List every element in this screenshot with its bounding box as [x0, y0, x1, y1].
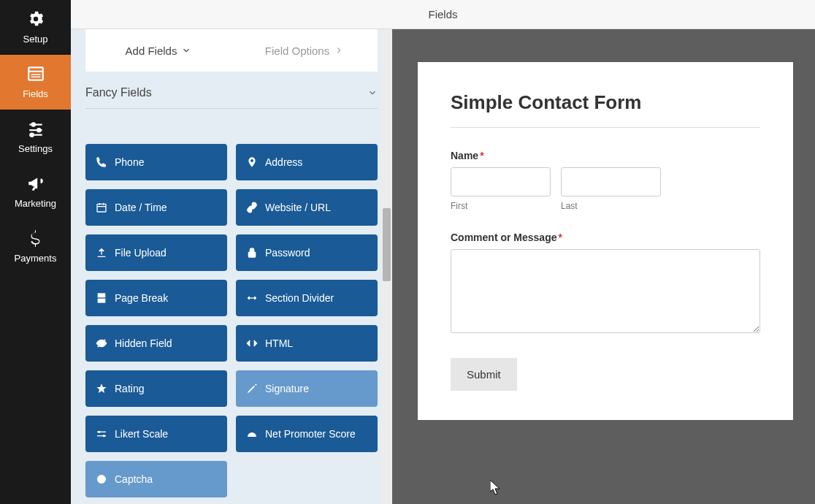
- pencil-icon: [246, 383, 258, 394]
- field-label: Page Break: [115, 292, 168, 304]
- likert-icon: [96, 428, 107, 440]
- nav-label: Setup: [23, 34, 48, 45]
- field-phone[interactable]: Phone: [85, 144, 227, 180]
- tab-field-options[interactable]: Field Options: [232, 29, 378, 72]
- field-password[interactable]: Password: [236, 234, 378, 271]
- field-label: Date / Time: [115, 202, 167, 213]
- field-label: Captcha: [115, 473, 153, 485]
- field-label: Likert Scale: [115, 428, 168, 440]
- tab-add-fields[interactable]: Add Fields: [85, 29, 232, 72]
- form-icon: [26, 64, 46, 84]
- dollar-icon: [26, 228, 46, 248]
- page-title: Fields: [428, 8, 457, 20]
- first-name-input[interactable]: [451, 167, 551, 196]
- svg-point-22: [103, 435, 104, 437]
- nav-label: Marketing: [15, 198, 56, 209]
- field-label: Rating: [115, 383, 144, 394]
- main-area: Fields Add Fields Field Options Fancy Fi…: [71, 0, 815, 504]
- field-label: Section Divider: [265, 292, 334, 304]
- comment-textarea[interactable]: [451, 249, 760, 333]
- field-label: Hidden Field: [115, 337, 172, 349]
- scrollbar[interactable]: [381, 29, 392, 504]
- bullhorn-icon: [26, 173, 46, 194]
- nav-payments[interactable]: Payments: [0, 219, 71, 274]
- code-icon: [246, 337, 258, 349]
- last-name-input[interactable]: [561, 167, 661, 196]
- name-row: First Last: [451, 167, 760, 211]
- link-icon: [246, 202, 258, 213]
- field-label: Phone: [115, 156, 144, 168]
- field-likert[interactable]: Likert Scale: [85, 416, 227, 452]
- nav-fields[interactable]: Fields: [0, 55, 71, 110]
- field-captcha[interactable]: Captcha: [85, 461, 227, 497]
- panel-tabs: Add Fields Field Options: [85, 29, 378, 72]
- svg-point-21: [99, 431, 100, 432]
- gear-icon: [26, 9, 46, 29]
- field-label: File Upload: [115, 247, 167, 259]
- field-rating[interactable]: Rating: [85, 370, 227, 407]
- comment-label: Comment or Message*: [451, 232, 760, 243]
- label-text: Comment or Message: [451, 232, 556, 243]
- divider-icon: [246, 292, 258, 304]
- chevron-down-icon: [367, 88, 378, 98]
- upload-icon: [96, 247, 107, 259]
- group-header[interactable]: Fancy Fields: [85, 86, 378, 109]
- svg-rect-14: [248, 252, 255, 257]
- field-upload[interactable]: File Upload: [85, 234, 227, 271]
- field-group: Fancy Fields: [71, 72, 392, 144]
- nav-label: Settings: [18, 143, 53, 154]
- scroll-thumb[interactable]: [383, 208, 391, 281]
- gauge-icon: [246, 428, 258, 440]
- fields-grid: Phone Address Date / Time Website / URL …: [71, 144, 392, 497]
- pin-icon: [246, 156, 258, 168]
- tab-label: Field Options: [265, 45, 329, 57]
- chevron-right-icon: [334, 45, 344, 56]
- svg-rect-10: [97, 204, 106, 212]
- field-label: Address: [265, 156, 302, 168]
- nav-setup[interactable]: Setup: [0, 0, 71, 55]
- sliders-icon: [26, 118, 46, 139]
- field-datetime[interactable]: Date / Time: [85, 189, 227, 226]
- last-sublabel: Last: [561, 201, 661, 211]
- field-label: Signature: [265, 383, 309, 394]
- eye-off-icon: [96, 337, 107, 349]
- submit-button[interactable]: Submit: [451, 358, 517, 391]
- field-url[interactable]: Website / URL: [236, 189, 378, 226]
- left-sidebar: Setup Fields Settings Marketing Payments: [0, 0, 71, 504]
- nav-settings[interactable]: Settings: [0, 110, 71, 164]
- field-signature[interactable]: Signature: [236, 370, 378, 407]
- star-icon: [96, 383, 107, 394]
- svg-rect-16: [98, 299, 104, 302]
- group-title: Fancy Fields: [85, 86, 152, 99]
- pagebreak-icon: [96, 292, 107, 304]
- form-card: Simple Contact Form Name* First Last Com…: [418, 62, 793, 420]
- nav-label: Fields: [23, 88, 48, 99]
- topbar: Fields: [71, 0, 815, 29]
- field-label: Website / URL: [265, 202, 331, 213]
- svg-rect-15: [98, 294, 104, 297]
- field-pagebreak[interactable]: Page Break: [85, 280, 227, 316]
- svg-point-9: [30, 134, 33, 137]
- field-html[interactable]: HTML: [236, 325, 378, 362]
- required-mark: *: [558, 232, 562, 243]
- lock-icon: [246, 247, 258, 259]
- svg-point-5: [31, 123, 34, 126]
- field-label: Password: [265, 247, 310, 259]
- first-sublabel: First: [451, 201, 551, 211]
- svg-rect-0: [28, 67, 43, 80]
- field-divider[interactable]: Section Divider: [236, 280, 378, 316]
- phone-icon: [96, 156, 107, 168]
- form-title: Simple Contact Form: [451, 91, 760, 114]
- name-label: Name*: [451, 150, 760, 161]
- field-nps[interactable]: Net Promoter Score: [236, 416, 378, 452]
- workspace: Add Fields Field Options Fancy Fields Ph…: [71, 29, 815, 504]
- divider: [451, 127, 760, 128]
- field-hidden[interactable]: Hidden Field: [85, 325, 227, 362]
- field-panel: Add Fields Field Options Fancy Fields Ph…: [71, 29, 392, 504]
- field-label: Net Promoter Score: [265, 428, 356, 440]
- form-preview: Simple Contact Form Name* First Last Com…: [392, 29, 815, 504]
- field-address[interactable]: Address: [236, 144, 378, 180]
- nav-label: Payments: [15, 253, 57, 264]
- required-mark: *: [480, 150, 483, 161]
- nav-marketing[interactable]: Marketing: [0, 164, 71, 219]
